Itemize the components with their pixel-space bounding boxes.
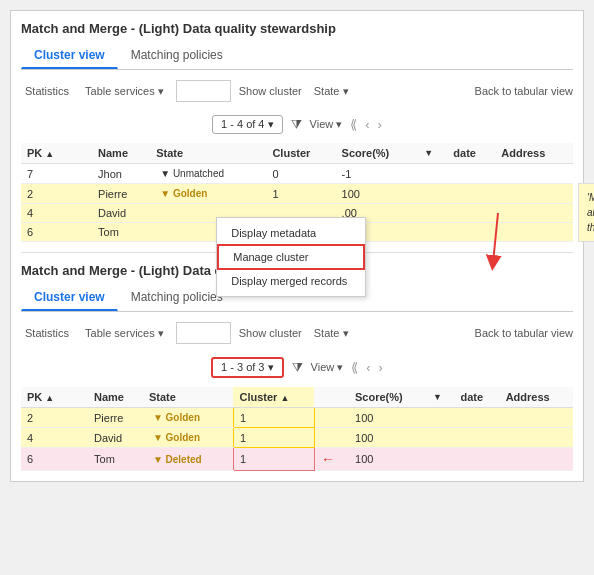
table-services-arrow-2: ▾	[158, 327, 164, 339]
cell-date	[447, 164, 495, 184]
cell-score: 100	[349, 428, 427, 448]
back-link-2[interactable]: Back to tabular view	[475, 327, 573, 339]
cell-address	[500, 428, 573, 448]
cell-state: ▼ Golden	[143, 428, 234, 448]
nav-left-btn-2[interactable]: ‹	[366, 360, 370, 375]
statistics-btn-2[interactable]: Statistics	[21, 325, 73, 341]
cell-name: David	[88, 428, 143, 448]
tab-cluster-view-2[interactable]: Cluster view	[21, 284, 118, 311]
cluster-input-1[interactable]	[176, 80, 231, 102]
menu-manage-cluster[interactable]: Manage cluster	[217, 244, 365, 270]
col-address-1: Address	[495, 143, 573, 164]
view-arrow-1: ▾	[336, 118, 342, 130]
toolbar-section2: Statistics Table services ▾ Show cluster…	[21, 318, 573, 348]
page-count-2: 1 - 3 of 3 ▾	[211, 357, 283, 378]
col-date-1: date	[447, 143, 495, 164]
cell-pk: 2	[21, 408, 72, 428]
cell-pk: 6	[21, 223, 75, 242]
cluster-input-2[interactable]	[176, 322, 231, 344]
cell-cluster: 1	[266, 184, 335, 204]
col-cluster-arrow-2	[314, 387, 349, 408]
pagination-bar-2: 1 - 3 of 3 ▾ ⧩ View ▾ ⟪ ‹ ›	[21, 354, 573, 381]
nav-right-btn-1[interactable]: ›	[378, 117, 382, 132]
cell-name: Pierre	[88, 408, 143, 428]
nav-first-btn-2[interactable]: ⟪	[351, 360, 358, 375]
nav-first-btn-1[interactable]: ⟪	[350, 117, 357, 132]
menu-display-merged[interactable]: Display merged records	[217, 270, 365, 292]
table-services-btn-2[interactable]: Table services ▾	[81, 325, 168, 342]
cell-score: -1	[336, 164, 419, 184]
cell-cluster: 1	[233, 428, 314, 448]
col-cluster-1: Cluster	[266, 143, 335, 164]
state-btn-1[interactable]: State ▾	[310, 83, 353, 100]
cell-date	[454, 448, 499, 471]
col-score-sort-2: ▼	[427, 387, 454, 408]
context-menu: Display metadata Manage cluster Display …	[216, 217, 366, 297]
cell-name: David	[92, 204, 150, 223]
back-link-1[interactable]: Back to tabular view	[475, 85, 573, 97]
view-btn-2[interactable]: View ▾	[311, 361, 344, 374]
col-sort-2	[72, 387, 88, 408]
cell-address	[495, 184, 573, 204]
show-cluster-link-2[interactable]: Show cluster	[239, 327, 302, 339]
cell-score: 100	[349, 408, 427, 428]
table-services-arrow-1: ▾	[158, 85, 164, 97]
show-cluster-link-1[interactable]: Show cluster	[239, 85, 302, 97]
cell-date	[454, 408, 499, 428]
table-row: 7 Jhon ▼ Unmatched 0 -1	[21, 164, 573, 184]
pagination-bar-1: 1 - 4 of 4 ▾ ⧩ View ▾ ⟪ ‹ ›	[21, 112, 573, 137]
nav-right-btn-2[interactable]: ›	[379, 360, 383, 375]
state-arrow-1: ▾	[343, 85, 349, 97]
table-services-btn-1[interactable]: Table services ▾	[81, 83, 168, 100]
menu-display-metadata[interactable]: Display metadata	[217, 222, 365, 244]
tab-cluster-view-1[interactable]: Cluster view	[21, 42, 118, 69]
table-row: 4 David Display metadata Manage cluster …	[21, 204, 573, 223]
tabs-section1: Cluster view Matching policies	[21, 42, 573, 70]
col-pk-1: PK ▲	[21, 143, 75, 164]
col-sort-1	[75, 143, 92, 164]
nav-left-btn-1[interactable]: ‹	[365, 117, 369, 132]
col-address-2: Address	[500, 387, 573, 408]
filter-icon-1[interactable]: ⧩	[291, 117, 302, 133]
table-row: 4 David ▼ Golden 1 100	[21, 428, 573, 448]
cell-state: Display metadata Manage cluster Display …	[150, 204, 266, 223]
cell-pk: 4	[21, 428, 72, 448]
cell-pk: 7	[21, 164, 75, 184]
cell-date	[447, 184, 495, 204]
page-count-1: 1 - 4 of 4 ▾	[212, 115, 282, 134]
cell-pk: 4	[21, 204, 75, 223]
table-row: 2 Pierre ▼ Golden 1 100	[21, 408, 573, 428]
page-count-arrow-2: ▾	[268, 361, 274, 373]
table-section1: PK ▲ Name State Cluster Score(%) ▼ date …	[21, 143, 573, 242]
state-btn-2[interactable]: State ▾	[310, 325, 353, 342]
view-btn-1[interactable]: View ▾	[310, 118, 343, 131]
col-state-2: State	[143, 387, 234, 408]
cell-name: Jhon	[92, 164, 150, 184]
cell-state: ▼ Golden	[150, 184, 266, 204]
col-name-1: Name	[92, 143, 150, 164]
statistics-btn-1[interactable]: Statistics	[21, 83, 73, 99]
col-score-1: Score(%)	[336, 143, 419, 164]
cell-pk: 6	[21, 448, 72, 471]
cell-date	[447, 223, 495, 242]
col-date-2: date	[454, 387, 499, 408]
col-cluster-2: Cluster ▲	[233, 387, 314, 408]
cell-pk: 2	[21, 184, 75, 204]
cell-score: 100	[336, 184, 419, 204]
state-arrow-2: ▾	[343, 327, 349, 339]
cell-cluster: 0	[266, 164, 335, 184]
cell-score: 100	[349, 448, 427, 471]
cell-state: ▼ Golden	[143, 408, 234, 428]
filter-icon-2[interactable]: ⧩	[292, 360, 303, 376]
cell-name: Pierre	[92, 184, 150, 204]
col-pk-2: PK ▲	[21, 387, 72, 408]
cell-address	[500, 448, 573, 471]
table-row: 6 Tom ▼ Deleted 1 ← 100	[21, 448, 573, 471]
tab-matching-policies-1[interactable]: Matching policies	[118, 42, 236, 69]
table-row: 2 Pierre ▼ Golden 1 100	[21, 184, 573, 204]
cell-name: Tom	[92, 223, 150, 242]
col-score-sort-1: ▼	[418, 143, 447, 164]
page-title-1: Match and Merge - (Light) Data quality s…	[21, 21, 573, 36]
col-name-2: Name	[88, 387, 143, 408]
col-score-2: Score(%)	[349, 387, 427, 408]
